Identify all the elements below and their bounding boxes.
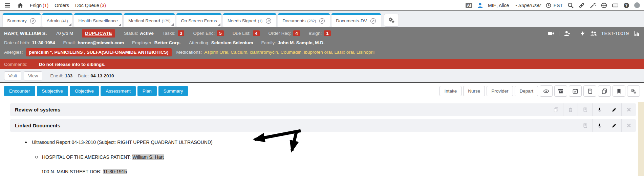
encounter-tab-button[interactable]: Encounter <box>4 86 35 96</box>
nav-esign[interactable]: Esign(1) <box>30 3 48 8</box>
close-icon[interactable] <box>621 103 636 116</box>
bullet-icon <box>35 156 38 158</box>
user-icon[interactable] <box>477 2 484 9</box>
settings-icon[interactable] <box>627 85 640 97</box>
dob-field: Date of birth:11-30-1954 <box>4 40 55 46</box>
tab-on-screen-forms-label: On Screen Forms <box>181 18 217 23</box>
duplicate-badge[interactable]: DUPLICATE <box>82 29 115 37</box>
allergies-value[interactable]: penicillin *, PENICILLINS , SULFA(SULFON… <box>26 48 172 56</box>
ai-badge[interactable]: AI <box>466 3 472 8</box>
plan-tab-button[interactable]: Plan <box>137 86 157 96</box>
document-detail-line: 100 N. MAIN STREET DOB: 11-30-1915 <box>41 169 644 174</box>
esign-count-badge[interactable]: 1 <box>324 30 331 36</box>
open-enc-label: Open Enc: <box>193 31 215 36</box>
flash-icon[interactable] <box>580 30 586 36</box>
users-icon[interactable] <box>590 30 597 37</box>
open-in-new-icon[interactable] <box>370 18 377 24</box>
subjective-tab-button[interactable]: Subjective <box>37 86 68 96</box>
calendar-check-icon[interactable] <box>569 85 582 97</box>
provider-button[interactable]: Provider <box>487 86 513 96</box>
order-req-field: Order Req:4 <box>269 30 300 37</box>
trash-icon[interactable] <box>563 103 578 116</box>
visit-button[interactable]: Visit <box>4 71 21 80</box>
nav-orders[interactable]: Orders <box>55 3 69 8</box>
encounter-info-bar: Visit View Enc #:133 Date:04-13-2010 <box>0 69 644 83</box>
nav-esign-count: (1) <box>43 3 48 8</box>
pencil-icon[interactable] <box>607 103 621 116</box>
view-button[interactable]: View <box>24 71 42 80</box>
patient-name-highlight: William S. Hart <box>132 154 164 160</box>
microphone-icon[interactable] <box>592 103 607 116</box>
tab-needs-signed[interactable]: Needs Signed (1) <box>223 13 276 27</box>
patient-header: HART, WILLIAM S. 70 y/o M DUPLICATE Stat… <box>0 27 644 59</box>
book-icon[interactable] <box>578 119 592 132</box>
menu-icon[interactable] <box>4 2 11 9</box>
video-icon[interactable] <box>548 30 555 37</box>
enc-number-field: Enc #:133 <box>50 73 72 78</box>
esign-label: eSign: <box>309 31 322 36</box>
bookmark-icon[interactable] <box>613 85 625 97</box>
depart-button[interactable]: Depart <box>515 86 538 96</box>
nav-doc-queue[interactable]: Doc Queue(3) <box>75 3 106 8</box>
chart-tab-bar: Summary Admin (41) Health Surveillance M… <box>0 11 644 27</box>
nav-esign-label: Esign <box>30 3 42 8</box>
tab-admin-label: Admin <box>47 18 60 23</box>
tasks-count-badge[interactable]: 3 <box>178 30 185 36</box>
add-patient-icon[interactable] <box>564 30 571 37</box>
link-icon[interactable] <box>578 2 585 9</box>
archive-icon[interactable] <box>554 85 567 97</box>
search-icon[interactable] <box>567 2 574 9</box>
pencil-icon[interactable] <box>607 119 621 132</box>
tab-admin[interactable]: Admin (41) <box>42 13 72 27</box>
nurse-button[interactable]: Nurse <box>463 86 485 96</box>
wand-icon[interactable] <box>589 2 596 9</box>
tab-on-screen-forms[interactable]: On Screen Forms <box>176 13 221 27</box>
open-in-new-icon[interactable] <box>319 18 325 24</box>
dob-highlight: 11-30-1915 <box>103 169 127 174</box>
tab-documents-dv[interactable]: Documents-DV <box>331 13 381 27</box>
tab-settings-button[interactable] <box>384 14 399 27</box>
book-icon[interactable] <box>583 85 596 97</box>
tab-needs-signed-count: (1) <box>258 19 262 23</box>
tab-summary-label: Summary <box>7 18 27 23</box>
eye-icon[interactable] <box>540 85 553 97</box>
home-icon[interactable] <box>17 2 24 9</box>
assessment-tab-button[interactable]: Assessment <box>101 86 136 96</box>
clock-icon[interactable] <box>545 2 552 8</box>
tab-health-surveillance[interactable]: Health Surveillance <box>74 13 122 27</box>
medications-value[interactable]: Aspirin Oral, Calcium, clarithromycin, C… <box>204 49 374 56</box>
email-label: Email: <box>63 40 76 45</box>
due-list-count-badge[interactable]: 4 <box>253 30 260 36</box>
status-value: Active <box>140 31 154 36</box>
objective-tab-button[interactable]: Objective <box>70 86 99 96</box>
close-icon[interactable] <box>621 119 636 132</box>
tab-medical-record-count: (179) <box>162 19 171 23</box>
presence-icon[interactable] <box>634 2 640 8</box>
tab-documents[interactable]: Documents (282) <box>278 13 330 27</box>
book-icon[interactable] <box>578 103 592 116</box>
copy-icon[interactable] <box>598 85 611 97</box>
globe-icon[interactable] <box>601 2 607 9</box>
timezone-label: EST <box>554 3 563 8</box>
chart-icon[interactable] <box>633 30 640 37</box>
tab-summary[interactable]: Summary <box>3 13 41 27</box>
due-list-label: Due List: <box>233 31 251 36</box>
order-req-count-badge[interactable]: 4 <box>293 30 300 36</box>
family-label: Family: <box>261 40 276 45</box>
tasks-field: Tasks:3 <box>163 30 185 37</box>
email-value: horner@mieweb.com <box>78 40 124 45</box>
tab-medical-record[interactable]: Medical Record (179) <box>124 13 175 27</box>
status-label: Status: <box>124 31 138 36</box>
patient-age-sex: 70 y/o M <box>56 30 73 37</box>
keyboard-icon[interactable] <box>612 2 619 9</box>
copy-icon[interactable] <box>549 103 563 116</box>
open-in-new-icon[interactable] <box>265 18 272 24</box>
microphone-icon[interactable] <box>592 119 607 132</box>
open-enc-count-badge[interactable]: 5 <box>217 30 224 36</box>
open-in-new-icon[interactable] <box>29 18 36 24</box>
summary-tab-button[interactable]: Summary <box>158 86 188 96</box>
help-icon[interactable] <box>623 2 630 9</box>
intake-button[interactable]: Intake <box>439 86 461 96</box>
chart-id: TEST-10019 <box>601 30 629 37</box>
comments-text: Do not release info to siblings. <box>39 62 106 67</box>
